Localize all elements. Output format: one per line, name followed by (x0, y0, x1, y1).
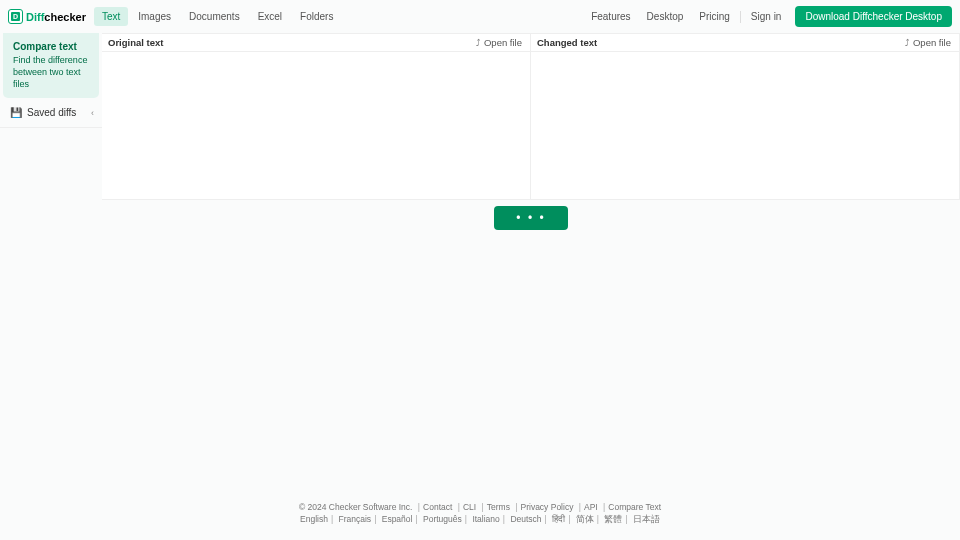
pane-changed: Changed text ⤴Open file (531, 34, 959, 199)
saved-diffs-label-wrap: 💾Saved diffs (10, 107, 76, 118)
link-pricing[interactable]: Pricing (691, 7, 738, 26)
footer-link-contact[interactable]: Contact (423, 502, 452, 512)
nav-tabs: Text Images Documents Excel Folders (94, 7, 342, 26)
footer-link-cli[interactable]: CLI (463, 502, 476, 512)
save-icon: 💾 (10, 107, 22, 118)
lang-ja[interactable]: 日本語 (633, 514, 660, 524)
pane-changed-header: Changed text ⤴Open file (531, 34, 959, 51)
tab-images[interactable]: Images (130, 7, 179, 26)
lang-it[interactable]: Italiano (472, 514, 499, 524)
sidebar-saved-diffs[interactable]: 💾Saved diffs ‹ (0, 98, 102, 128)
link-signin[interactable]: Sign in (743, 7, 790, 26)
lang-es[interactable]: Español (382, 514, 413, 524)
diff-panes: Original text ⤴Open file Changed text ⤴O… (102, 33, 960, 200)
lang-zh-hans[interactable]: 简体 (576, 514, 594, 524)
tab-folders[interactable]: Folders (292, 7, 341, 26)
open-file-changed-label: Open file (913, 37, 951, 48)
changed-textarea[interactable] (531, 52, 959, 199)
pane-changed-body (531, 51, 959, 199)
sidebar: Compare text Find the difference between… (0, 33, 102, 507)
link-features[interactable]: Features (583, 7, 638, 26)
download-button[interactable]: Download Diffchecker Desktop (795, 6, 952, 27)
open-file-original[interactable]: ⤴Open file (476, 37, 522, 48)
original-textarea[interactable] (102, 52, 530, 199)
pane-original-title: Original text (108, 37, 163, 48)
tab-documents[interactable]: Documents (181, 7, 248, 26)
compare-button[interactable]: • • • (494, 206, 567, 230)
logo-icon: D (8, 9, 23, 24)
footer: © 2024 Checker Software Inc. |Contact |C… (0, 502, 960, 528)
pane-original: Original text ⤴Open file (102, 34, 531, 199)
logo[interactable]: D Diffchecker (8, 9, 86, 24)
footer-langs-row: English| Français| Español| Português| I… (0, 514, 960, 526)
footer-copyright: © 2024 Checker Software Inc. (299, 502, 413, 512)
link-desktop[interactable]: Desktop (639, 7, 692, 26)
logo-text-diff: Diff (26, 11, 44, 23)
lang-en[interactable]: English (300, 514, 328, 524)
upload-icon: ⤴ (905, 38, 910, 48)
lang-hi[interactable]: हिंदी (552, 514, 565, 524)
main: Original text ⤴Open file Changed text ⤴O… (102, 33, 960, 507)
compare-button-row: • • • (102, 206, 960, 230)
loading-dots-icon: • • • (516, 212, 545, 224)
header: D Diffchecker Text Images Documents Exce… (0, 0, 960, 33)
footer-link-terms[interactable]: Terms (487, 502, 510, 512)
open-file-original-label: Open file (484, 37, 522, 48)
logo-text-checker: checker (44, 11, 86, 23)
pane-original-body (102, 51, 530, 199)
nav-left: D Diffchecker Text Images Documents Exce… (8, 7, 341, 26)
nav-separator (740, 11, 741, 23)
footer-link-privacy[interactable]: Privacy Policy (521, 502, 574, 512)
lang-pt[interactable]: Português (423, 514, 462, 524)
footer-link-api[interactable]: API (584, 502, 598, 512)
tab-excel[interactable]: Excel (250, 7, 290, 26)
footer-link-compare-text[interactable]: Compare Text (608, 502, 661, 512)
lang-fr[interactable]: Français (339, 514, 372, 524)
pane-original-header: Original text ⤴Open file (102, 34, 530, 51)
saved-diffs-label: Saved diffs (27, 107, 76, 118)
upload-icon: ⤴ (476, 38, 481, 48)
nav-right: Features Desktop Pricing Sign in Downloa… (583, 6, 952, 27)
sidebar-compare-card: Compare text Find the difference between… (3, 33, 99, 98)
footer-links-row: © 2024 Checker Software Inc. |Contact |C… (0, 502, 960, 512)
chevron-left-icon: ‹ (91, 108, 94, 118)
body: Compare text Find the difference between… (0, 33, 960, 507)
sidebar-compare-title: Compare text (13, 41, 89, 52)
sidebar-compare-desc: Find the difference between two text fil… (13, 54, 89, 90)
pane-changed-title: Changed text (537, 37, 597, 48)
lang-de[interactable]: Deutsch (510, 514, 541, 524)
open-file-changed[interactable]: ⤴Open file (905, 37, 951, 48)
lang-zh-hant[interactable]: 繁體 (604, 514, 622, 524)
tab-text[interactable]: Text (94, 7, 128, 26)
